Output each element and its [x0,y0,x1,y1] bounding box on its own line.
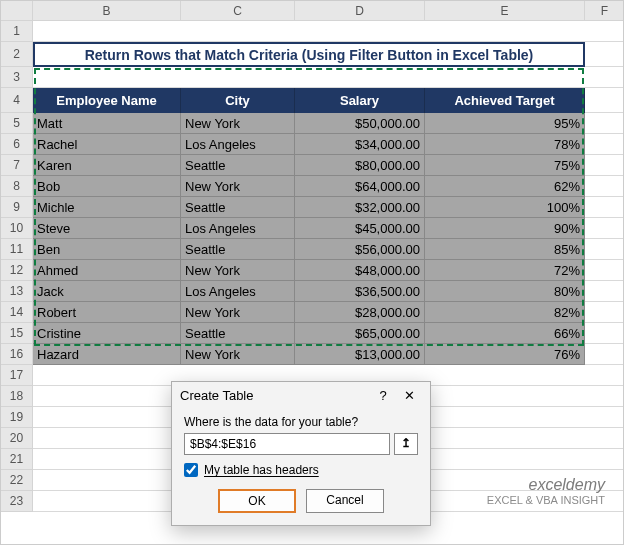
cell-blank[interactable] [585,155,624,176]
table-cell[interactable]: 95% [425,113,585,134]
table-cell[interactable]: $32,000.00 [295,197,425,218]
row-hdr-13[interactable]: 13 [1,281,33,302]
cell-blank[interactable] [585,323,624,344]
select-all-corner[interactable] [1,1,33,21]
table-cell[interactable]: $80,000.00 [295,155,425,176]
table-cell[interactable]: New York [181,113,295,134]
table-cell[interactable]: Ahmed [33,260,181,281]
table-cell[interactable]: 76% [425,344,585,365]
col-hdr-c[interactable]: C [181,1,295,21]
table-cell[interactable]: $45,000.00 [295,218,425,239]
table-cell[interactable]: 100% [425,197,585,218]
headers-checkbox-label[interactable]: My table has headers [204,463,319,477]
table-cell[interactable]: 66% [425,323,585,344]
cell-blank[interactable] [585,42,624,67]
row-hdr-14[interactable]: 14 [1,302,33,323]
collapse-dialog-icon[interactable]: ↥ [394,433,418,455]
table-cell[interactable]: $36,500.00 [295,281,425,302]
help-button[interactable]: ? [370,388,396,403]
cell-blank[interactable] [33,67,624,88]
row-hdr-5[interactable]: 5 [1,113,33,134]
table-cell[interactable]: Bob [33,176,181,197]
table-cell[interactable]: Matt [33,113,181,134]
table-header-name[interactable]: Employee Name [33,88,181,113]
table-cell[interactable]: Karen [33,155,181,176]
cancel-button[interactable]: Cancel [306,489,384,513]
row-hdr-10[interactable]: 10 [1,218,33,239]
range-input[interactable] [184,433,390,455]
cell-blank[interactable] [585,239,624,260]
table-cell[interactable]: $64,000.00 [295,176,425,197]
table-cell[interactable]: 78% [425,134,585,155]
close-button[interactable]: ✕ [396,388,422,403]
row-hdr-23[interactable]: 23 [1,491,33,512]
col-hdr-d[interactable]: D [295,1,425,21]
table-cell[interactable]: 90% [425,218,585,239]
table-cell[interactable]: $50,000.00 [295,113,425,134]
row-hdr-19[interactable]: 19 [1,407,33,428]
table-cell[interactable]: Los Angeles [181,281,295,302]
cell-blank[interactable] [585,113,624,134]
row-hdr-9[interactable]: 9 [1,197,33,218]
row-hdr-11[interactable]: 11 [1,239,33,260]
table-cell[interactable]: 80% [425,281,585,302]
row-hdr-20[interactable]: 20 [1,428,33,449]
table-cell[interactable]: Hazard [33,344,181,365]
table-cell[interactable]: $28,000.00 [295,302,425,323]
row-hdr-3[interactable]: 3 [1,67,33,88]
cell-blank[interactable] [33,21,624,42]
table-cell[interactable]: 85% [425,239,585,260]
table-cell[interactable]: New York [181,344,295,365]
table-cell[interactable]: $34,000.00 [295,134,425,155]
row-hdr-6[interactable]: 6 [1,134,33,155]
table-header-salary[interactable]: Salary [295,88,425,113]
ok-button[interactable]: OK [218,489,296,513]
row-hdr-7[interactable]: 7 [1,155,33,176]
table-cell[interactable]: $48,000.00 [295,260,425,281]
table-header-city[interactable]: City [181,88,295,113]
table-cell[interactable]: Cristine [33,323,181,344]
table-cell[interactable]: Seattle [181,197,295,218]
row-hdr-21[interactable]: 21 [1,449,33,470]
table-cell[interactable]: Los Angeles [181,218,295,239]
cell-blank[interactable] [585,344,624,365]
cell-blank[interactable] [585,218,624,239]
table-cell[interactable]: New York [181,260,295,281]
row-hdr-16[interactable]: 16 [1,344,33,365]
cell-blank[interactable] [585,176,624,197]
row-hdr-1[interactable]: 1 [1,21,33,42]
row-hdr-12[interactable]: 12 [1,260,33,281]
col-hdr-e[interactable]: E [425,1,585,21]
cell-blank[interactable] [585,134,624,155]
cell-blank[interactable] [585,260,624,281]
table-cell[interactable]: Robert [33,302,181,323]
table-cell[interactable]: Rachel [33,134,181,155]
table-cell[interactable]: $56,000.00 [295,239,425,260]
table-cell[interactable]: New York [181,302,295,323]
table-cell[interactable]: Ben [33,239,181,260]
table-cell[interactable]: Seattle [181,239,295,260]
row-hdr-4[interactable]: 4 [1,88,33,113]
row-hdr-15[interactable]: 15 [1,323,33,344]
headers-checkbox[interactable] [184,463,198,477]
cell-blank[interactable] [585,281,624,302]
table-header-target[interactable]: Achieved Target [425,88,585,113]
table-cell[interactable]: Steve [33,218,181,239]
table-cell[interactable]: 75% [425,155,585,176]
table-cell[interactable]: $13,000.00 [295,344,425,365]
table-cell[interactable]: New York [181,176,295,197]
cell-blank[interactable] [585,88,624,113]
row-hdr-8[interactable]: 8 [1,176,33,197]
table-cell[interactable]: 82% [425,302,585,323]
col-hdr-f[interactable]: F [585,1,624,21]
table-cell[interactable]: Michle [33,197,181,218]
table-cell[interactable]: Jack [33,281,181,302]
row-hdr-17[interactable]: 17 [1,365,33,386]
table-cell[interactable]: 72% [425,260,585,281]
table-cell[interactable]: Seattle [181,323,295,344]
row-hdr-22[interactable]: 22 [1,470,33,491]
table-cell[interactable]: Los Angeles [181,134,295,155]
table-cell[interactable]: $65,000.00 [295,323,425,344]
cell-blank[interactable] [585,302,624,323]
row-hdr-2[interactable]: 2 [1,42,33,67]
